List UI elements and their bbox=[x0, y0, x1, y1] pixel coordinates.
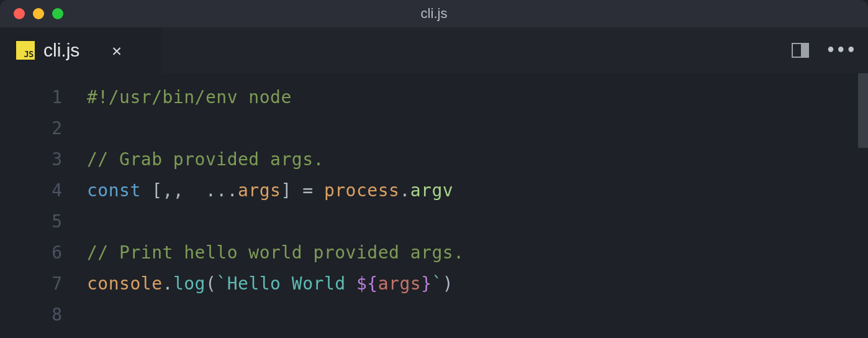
code-line[interactable] bbox=[87, 299, 868, 331]
string-literal: Hello World bbox=[227, 273, 356, 294]
tab-cli-js[interactable]: JS cli.js ✕ bbox=[0, 27, 161, 73]
comment: // Grab provided args. bbox=[87, 149, 324, 170]
code-line[interactable]: // Print hello world provided args. bbox=[87, 237, 868, 268]
window-title: cli.js bbox=[0, 6, 868, 22]
line-number: 8 bbox=[0, 299, 62, 331]
line-number: 4 bbox=[0, 175, 62, 206]
tabbar: JS cli.js ✕ ••• bbox=[0, 27, 868, 73]
punct: ( bbox=[206, 273, 216, 294]
line-number-gutter: 1 2 3 4 5 6 7 8 bbox=[0, 73, 87, 338]
punct: . bbox=[399, 180, 410, 201]
code-line[interactable]: console.log(`Hello World ${args}`) bbox=[87, 268, 868, 299]
comment: // Print hello world provided args. bbox=[87, 242, 464, 263]
line-number: 3 bbox=[0, 144, 62, 175]
backtick: ` bbox=[432, 273, 442, 294]
identifier-console: console bbox=[87, 273, 163, 294]
maximize-window-button[interactable] bbox=[52, 8, 63, 19]
code-line[interactable] bbox=[87, 206, 868, 237]
interp-var: args bbox=[378, 273, 421, 294]
tabbar-actions: ••• bbox=[792, 27, 857, 73]
traffic-lights bbox=[0, 8, 63, 19]
line-number: 7 bbox=[0, 268, 62, 299]
line-number: 1 bbox=[0, 82, 62, 113]
code-area[interactable]: #!/usr/bin/env node // Grab provided arg… bbox=[87, 73, 868, 338]
code-line[interactable]: const [,, ...args] = process.argv bbox=[87, 175, 868, 206]
code-line[interactable]: // Grab provided args. bbox=[87, 144, 868, 175]
javascript-file-icon: JS bbox=[16, 41, 35, 60]
punct: . bbox=[163, 273, 173, 294]
keyword-const: const bbox=[87, 180, 141, 201]
interp-open: ${ bbox=[356, 273, 378, 294]
identifier-process: process bbox=[324, 180, 400, 201]
shebang: #!/usr/bin/env node bbox=[87, 87, 292, 107]
titlebar: cli.js bbox=[0, 0, 868, 27]
more-actions-icon[interactable]: ••• bbox=[826, 42, 857, 59]
identifier-args: args bbox=[238, 180, 281, 201]
line-number: 6 bbox=[0, 237, 62, 268]
code-line[interactable] bbox=[87, 113, 868, 144]
punct: [,, ... bbox=[141, 180, 238, 201]
backtick: ` bbox=[216, 273, 227, 294]
property-argv: argv bbox=[410, 180, 453, 201]
punct: ] = bbox=[281, 180, 323, 201]
minimize-window-button[interactable] bbox=[33, 8, 44, 19]
tab-filename: cli.js bbox=[43, 40, 79, 61]
method-log: log bbox=[173, 273, 206, 294]
interp-close: } bbox=[421, 273, 432, 294]
punct: ) bbox=[443, 273, 453, 294]
close-tab-button[interactable]: ✕ bbox=[112, 41, 122, 60]
scrollbar-thumb[interactable] bbox=[858, 73, 868, 148]
close-window-button[interactable] bbox=[14, 8, 25, 19]
split-editor-icon[interactable] bbox=[792, 43, 809, 58]
editor[interactable]: 1 2 3 4 5 6 7 8 #!/usr/bin/env node // G… bbox=[0, 73, 868, 338]
line-number: 5 bbox=[0, 206, 62, 237]
code-line[interactable]: #!/usr/bin/env node bbox=[87, 82, 868, 113]
line-number: 2 bbox=[0, 113, 62, 144]
